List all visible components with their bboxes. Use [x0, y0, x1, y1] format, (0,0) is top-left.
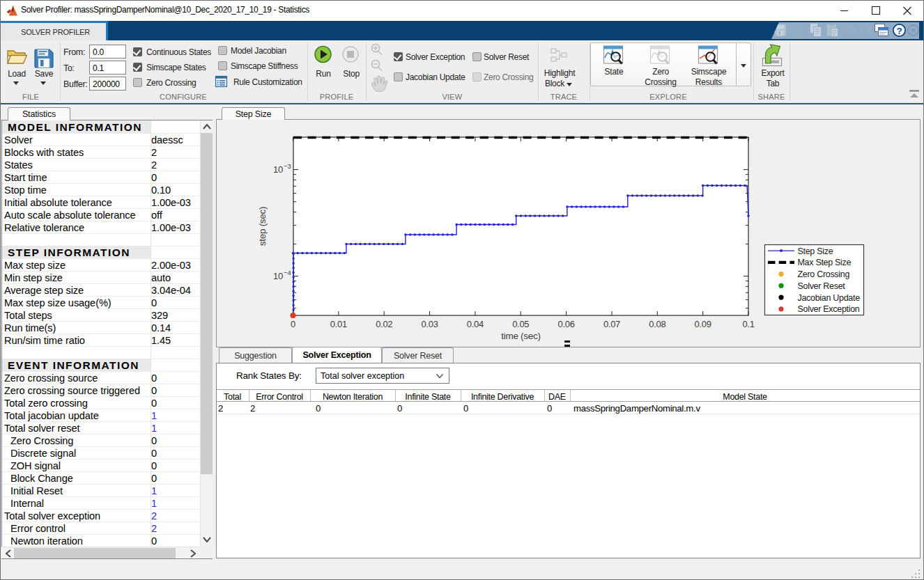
- svg-text:0.09: 0.09: [695, 319, 711, 329]
- svg-text:0: 0: [291, 319, 295, 329]
- svg-text:Solver Reset: Solver Reset: [798, 281, 846, 291]
- svg-text:10: 10: [273, 164, 283, 175]
- svg-text:step (sec): step (sec): [257, 207, 268, 246]
- svg-text:0.04: 0.04: [467, 319, 484, 329]
- svg-text:?: ?: [896, 26, 902, 36]
- svg-text:0.02: 0.02: [376, 319, 392, 329]
- svg-text:Step Size: Step Size: [798, 246, 833, 256]
- svg-text:0.06: 0.06: [558, 319, 575, 329]
- svg-text:0.08: 0.08: [649, 319, 665, 329]
- svg-text:0.03: 0.03: [421, 319, 438, 329]
- svg-text:Solver Exception: Solver Exception: [798, 304, 860, 314]
- svg-text:0.1: 0.1: [742, 319, 754, 329]
- svg-text:0.07: 0.07: [603, 319, 620, 329]
- svg-text:Zero Crossing: Zero Crossing: [798, 269, 850, 279]
- svg-text:−4: −4: [284, 269, 291, 276]
- svg-text:0.01: 0.01: [330, 319, 347, 329]
- svg-text:0.05: 0.05: [512, 319, 529, 329]
- svg-text:Jacobian Update: Jacobian Update: [798, 293, 861, 303]
- svg-text:time (sec): time (sec): [501, 331, 540, 341]
- svg-text:Max Step Size: Max Step Size: [798, 258, 852, 267]
- svg-text:10: 10: [273, 271, 283, 281]
- svg-text:−3: −3: [284, 162, 291, 170]
